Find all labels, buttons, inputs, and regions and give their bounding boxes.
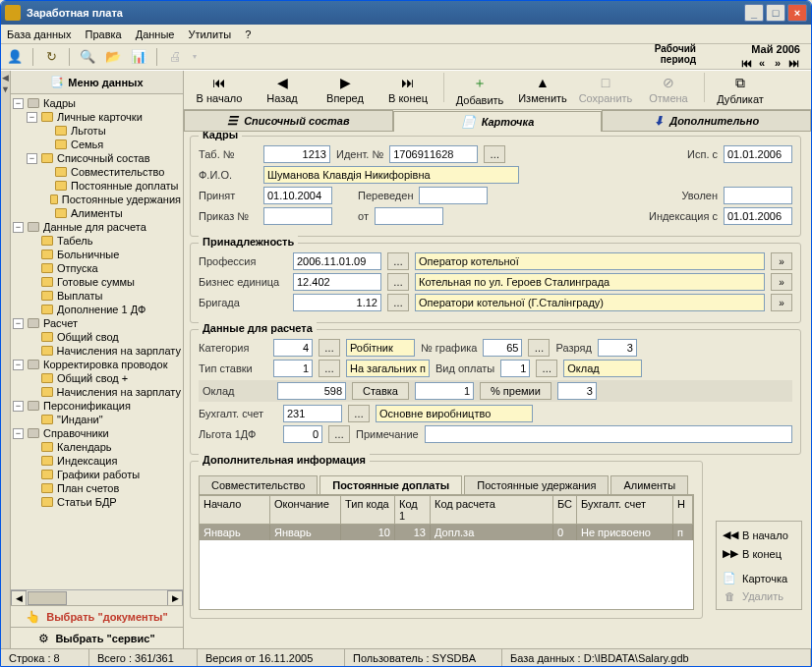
subtab-uderzh[interactable]: Постоянные удержания: [464, 475, 609, 494]
subtab-doplaty[interactable]: Постоянные доплаты: [319, 475, 462, 494]
vop-input[interactable]: [500, 360, 530, 377]
tree-vyp[interactable]: Выплаты: [13, 289, 181, 303]
tree-osv[interactable]: Общий свод: [13, 330, 181, 344]
tree-lk[interactable]: −Личные карточки: [13, 110, 181, 124]
tree-pud[interactable]: Постоянные удержания: [13, 193, 181, 206]
col-tipkoda[interactable]: Тип кода: [341, 496, 395, 525]
br-code-input[interactable]: [293, 294, 381, 311]
l1-input[interactable]: [283, 425, 322, 443]
tab-additional[interactable]: ⬇Дополнительно: [602, 110, 811, 131]
menu-data[interactable]: Данные: [136, 28, 175, 40]
tst-input[interactable]: [273, 360, 313, 377]
collapse-down-icon[interactable]: ▼: [1, 84, 10, 94]
tree-ddr[interactable]: −Данные для расчета: [13, 220, 181, 234]
stv-input[interactable]: [415, 382, 474, 400]
nav-back-button[interactable]: ◀Назад: [253, 73, 312, 106]
prof-more-button[interactable]: »: [771, 252, 792, 270]
chart-icon[interactable]: 📊: [131, 49, 146, 65]
br-text-input[interactable]: [415, 294, 765, 311]
tree-per[interactable]: −Персонификация: [13, 399, 181, 413]
panel-begin-button[interactable]: ◀◀В начало: [721, 526, 797, 544]
tree-idx[interactable]: Индексация: [13, 454, 181, 468]
tree-otp[interactable]: Отпуска: [13, 261, 181, 275]
tree-osv2[interactable]: Общий свод +: [13, 371, 181, 385]
menu-edit[interactable]: Правка: [86, 28, 122, 40]
tree-nach2[interactable]: Начисления на зарплату: [13, 385, 181, 399]
cancel-button[interactable]: ⊘Отмена: [639, 73, 698, 106]
prem-input[interactable]: [557, 382, 597, 400]
tree-sp[interactable]: −Списочный состав: [13, 151, 181, 165]
okl-input[interactable]: [277, 382, 346, 400]
period-next-icon[interactable]: »: [771, 57, 784, 69]
tree-dop1[interactable]: Дополнение 1 ДФ: [13, 303, 181, 316]
menu-database[interactable]: База данных: [7, 28, 72, 40]
panel-delete-button[interactable]: 🗑Удалить: [721, 587, 797, 605]
be-text-input[interactable]: [415, 273, 765, 291]
tree-bol[interactable]: Больничные: [13, 248, 181, 261]
be-code-input[interactable]: [293, 273, 381, 291]
tree-ali[interactable]: Алименты: [13, 206, 181, 220]
tree-kal[interactable]: Календарь: [13, 440, 181, 454]
nav-end-button[interactable]: ⏭В конец: [378, 73, 437, 106]
nav-begin-button[interactable]: ⏮В начало: [190, 73, 249, 106]
prof-lookup-button[interactable]: …: [387, 252, 409, 270]
ident-lookup-button[interactable]: …: [484, 145, 505, 163]
stavka-button[interactable]: Ставка: [352, 382, 409, 400]
edit-button[interactable]: ▲Изменить: [513, 73, 572, 106]
vop-text-input[interactable]: [563, 360, 642, 377]
tst-text-input[interactable]: [346, 360, 430, 377]
grid-row[interactable]: Январь 2006 Январь 2009 10 13 Допл.за вр…: [200, 525, 693, 540]
tree[interactable]: −Кадры −Личные карточки Льготы Семья −Сп…: [11, 94, 183, 589]
tree-ras[interactable]: −Расчет: [13, 316, 181, 330]
prim-input[interactable]: [425, 425, 792, 443]
per-input[interactable]: [419, 187, 488, 204]
tree-spr[interactable]: −Справочники: [13, 426, 181, 440]
add-button[interactable]: ＋Добавить: [450, 73, 509, 108]
menu-utilities[interactable]: Утилиты: [188, 28, 231, 40]
minimize-button[interactable]: _: [744, 4, 764, 22]
close-button[interactable]: ×: [787, 4, 807, 22]
search-icon[interactable]: 🔍: [80, 49, 95, 65]
prin-input[interactable]: [263, 187, 332, 204]
idxs-input[interactable]: [724, 207, 792, 225]
tree-ps[interactable]: План счетов: [13, 481, 181, 495]
ngr-lookup-button[interactable]: …: [528, 339, 550, 357]
period-prev-icon[interactable]: «: [755, 57, 769, 69]
col-kod1[interactable]: Код 1: [395, 496, 431, 525]
tabno-input[interactable]: [263, 145, 330, 163]
tree-pdop[interactable]: Постоянные доплаты: [13, 179, 181, 193]
tree-kor[interactable]: −Корректировка проводок: [13, 358, 181, 371]
subtab-sovmest[interactable]: Совместительство: [199, 475, 318, 494]
col-n[interactable]: Н: [673, 496, 693, 525]
raz-input[interactable]: [598, 339, 637, 357]
isp-input[interactable]: [724, 145, 792, 163]
bs-input[interactable]: [283, 405, 342, 422]
tree-lg[interactable]: Льготы: [13, 124, 181, 138]
tree-sem[interactable]: Семья: [13, 138, 181, 151]
vop-lookup-button[interactable]: …: [536, 360, 557, 377]
prik-input[interactable]: [263, 207, 332, 225]
l1-lookup-button[interactable]: …: [328, 425, 350, 443]
ot-input[interactable]: [375, 207, 443, 225]
subtab-alimenty[interactable]: Алименты: [610, 475, 688, 494]
col-nachalo[interactable]: Начало: [200, 496, 270, 525]
be-lookup-button[interactable]: …: [387, 273, 409, 291]
col-bschet[interactable]: Бухгалт. счет: [577, 496, 673, 525]
tree-tab[interactable]: Табель: [13, 234, 181, 248]
refresh-icon[interactable]: ↻: [43, 49, 59, 65]
tree-sov[interactable]: Совместительство: [13, 165, 181, 179]
select-service-button[interactable]: ⚙Выбрать "сервис": [11, 627, 183, 648]
dopinfo-grid[interactable]: Начало Окончание Тип кода Код 1 Код расч…: [199, 495, 694, 610]
prem-button[interactable]: % премии: [480, 382, 551, 400]
be-more-button[interactable]: »: [771, 273, 792, 291]
nav-forward-button[interactable]: ▶Вперед: [316, 73, 375, 106]
period-last-icon[interactable]: ⏭: [786, 57, 800, 69]
prof-code-input[interactable]: [293, 252, 381, 270]
tree-nach[interactable]: Начисления на зарплату: [13, 344, 181, 358]
br-lookup-button[interactable]: …: [387, 294, 409, 311]
ngr-input[interactable]: [483, 339, 522, 357]
collapse-left-icon[interactable]: ◀: [2, 73, 9, 83]
kat-lookup-button[interactable]: …: [319, 339, 340, 357]
uvo-input[interactable]: [724, 187, 792, 204]
tree-bdr[interactable]: Статьи БДР: [13, 495, 181, 509]
